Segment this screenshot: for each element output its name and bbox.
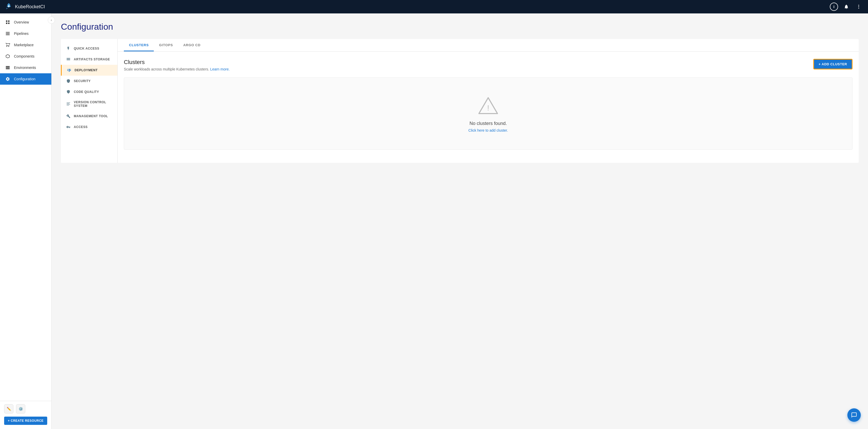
overview-icon [5, 20, 10, 25]
empty-state-title: No clusters found. [469, 121, 507, 126]
deployment-label: DEPLOYMENT [74, 68, 97, 72]
tab-clusters[interactable]: CLUSTERS [124, 39, 154, 51]
configuration-icon [5, 76, 10, 82]
notifications-button[interactable] [842, 3, 850, 11]
sidebar-label-overview: Overview [14, 20, 29, 24]
config-menu-management-tool[interactable]: MANAGEMENT TOOL [61, 111, 117, 122]
sidebar-label-pipelines: Pipelines [14, 31, 29, 36]
info-button[interactable]: i [830, 3, 838, 11]
svg-rect-8 [6, 32, 10, 33]
code-quality-label: CODE QUALITY [74, 90, 99, 94]
config-menu-code-quality[interactable]: CODE QUALITY [61, 87, 117, 97]
config-menu: QUICK ACCESS ARTIFACTS STORAGE [61, 39, 118, 163]
clusters-section: Clusters Scale workloads across multiple… [118, 52, 859, 157]
svg-rect-7 [8, 23, 9, 24]
management-tool-icon [66, 114, 71, 119]
section-title-block: Clusters Scale workloads across multiple… [124, 59, 230, 71]
empty-state: ! No clusters found. Click here to add c… [124, 78, 852, 150]
artifacts-storage-icon [66, 57, 71, 62]
sidebar-label-configuration: Configuration [14, 77, 35, 81]
sidebar-nav: Overview Pipelines Mar [0, 13, 51, 401]
svg-rect-14 [67, 58, 70, 59]
management-tool-label: MANAGEMENT TOOL [74, 114, 108, 118]
sidebar-item-configuration[interactable]: Configuration [0, 73, 51, 85]
sidebar-label-marketplace: Marketplace [14, 43, 34, 47]
chat-button[interactable] [847, 408, 861, 422]
content-area: Configuration QUICK ACCESS [52, 13, 868, 429]
security-label: SECURITY [74, 79, 91, 83]
security-icon [66, 79, 71, 83]
sidebar-item-overview[interactable]: Overview [0, 17, 51, 28]
svg-rect-20 [67, 105, 69, 105]
config-menu-artifacts-storage[interactable]: ARTIFACTS STORAGE [61, 54, 117, 65]
create-resource-label: + CREATE RESOURCE [8, 419, 43, 423]
marketplace-icon [5, 42, 10, 48]
version-control-icon [66, 102, 71, 106]
config-menu-security[interactable]: SECURITY [61, 75, 117, 87]
sidebar-label-environments: Environments [14, 66, 36, 70]
warning-icon: ! [478, 95, 498, 116]
sidebar-bottom-icons: ✏️ ⚙️ [4, 404, 47, 413]
svg-rect-9 [6, 33, 10, 34]
svg-point-0 [8, 5, 9, 7]
svg-point-2 [858, 6, 859, 7]
sidebar-bottom: ✏️ ⚙️ + CREATE RESOURCE [0, 401, 51, 429]
config-layout: QUICK ACCESS ARTIFACTS STORAGE [61, 39, 859, 163]
svg-point-1 [858, 5, 859, 6]
sidebar-item-pipelines[interactable]: Pipelines [0, 28, 51, 39]
access-label: ACCESS [74, 125, 88, 129]
config-menu-access[interactable]: ACCESS [61, 122, 117, 132]
svg-rect-5 [8, 21, 9, 22]
svg-text:!: ! [487, 104, 489, 112]
environments-icon [5, 65, 10, 70]
add-cluster-link[interactable]: Click here to add cluster. [468, 128, 508, 132]
svg-rect-11 [6, 66, 10, 67]
header-left: KubeRocketCI [5, 3, 45, 11]
edit-button[interactable]: ✏️ [4, 404, 13, 413]
section-header: Clusters Scale workloads across multiple… [124, 59, 852, 71]
main-layout: ‹ Overview [0, 13, 868, 429]
clusters-title: Clusters [124, 59, 230, 66]
tabs-bar: CLUSTERS GITOPS ARGO CD [118, 39, 859, 52]
add-cluster-button[interactable]: + ADD CLUSTER [813, 59, 852, 69]
sidebar-toggle-button[interactable]: ‹ [48, 17, 55, 24]
svg-rect-6 [6, 23, 7, 24]
svg-rect-15 [67, 59, 70, 59]
config-content: CLUSTERS GITOPS ARGO CD Clusters Scale w… [118, 39, 859, 163]
quick-access-icon [66, 46, 71, 51]
quick-access-label: QUICK ACCESS [74, 47, 99, 50]
config-menu-quick-access[interactable]: QUICK ACCESS [61, 43, 117, 54]
svg-rect-12 [6, 67, 10, 68]
pipelines-icon [5, 31, 10, 36]
settings-button[interactable]: ⚙️ [16, 404, 25, 413]
app-logo-icon [5, 3, 12, 11]
sidebar-item-components[interactable]: Components [0, 51, 51, 62]
tab-argo-cd[interactable]: ARGO CD [178, 39, 206, 51]
svg-rect-13 [6, 68, 10, 69]
page-title: Configuration [61, 22, 859, 32]
header-right: i [830, 3, 863, 11]
tab-gitops[interactable]: GITOPS [154, 39, 178, 51]
svg-point-3 [858, 8, 859, 8]
access-icon [66, 125, 71, 129]
deployment-icon [67, 68, 71, 72]
svg-rect-18 [67, 103, 69, 103]
svg-rect-4 [6, 21, 7, 22]
config-menu-version-control[interactable]: VERSION CONTROL SYSTEM [61, 97, 117, 111]
sidebar-item-environments[interactable]: Environments [0, 62, 51, 73]
sidebar: ‹ Overview [0, 13, 52, 429]
create-resource-button[interactable]: + CREATE RESOURCE [4, 417, 47, 425]
sidebar-label-components: Components [14, 54, 34, 58]
svg-rect-19 [67, 104, 70, 104]
top-header: KubeRocketCI i [0, 0, 868, 13]
version-control-label: VERSION CONTROL SYSTEM [74, 100, 112, 108]
sidebar-item-marketplace[interactable]: Marketplace [0, 39, 51, 51]
more-options-button[interactable] [855, 3, 863, 11]
svg-rect-10 [6, 35, 10, 35]
artifacts-storage-label: ARTIFACTS STORAGE [74, 58, 110, 61]
learn-more-link[interactable]: Learn more. [210, 67, 230, 71]
config-menu-deployment[interactable]: DEPLOYMENT [61, 65, 117, 75]
svg-rect-17 [67, 102, 70, 103]
add-cluster-label: + ADD CLUSTER [819, 62, 847, 66]
code-quality-icon [66, 90, 71, 94]
